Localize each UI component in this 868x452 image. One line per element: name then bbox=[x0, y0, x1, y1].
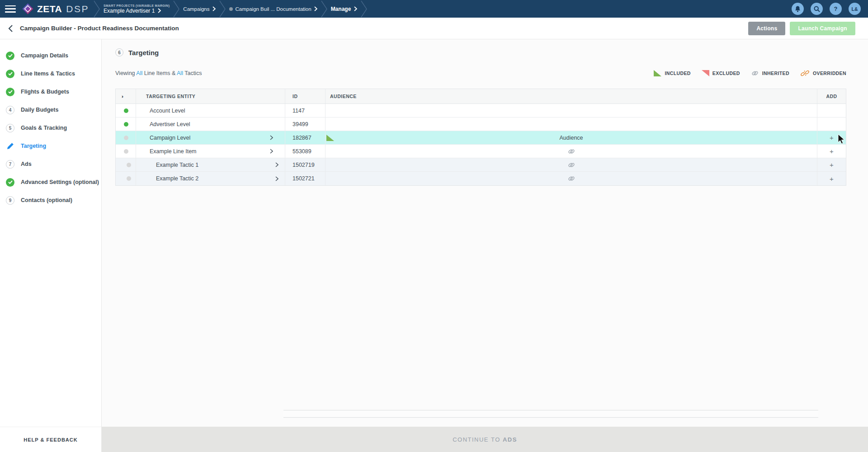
add-targeting-button[interactable]: + bbox=[830, 148, 834, 155]
column-header-audience: AUDIENCE bbox=[325, 89, 817, 104]
legend-label: OVERRIDDEN bbox=[813, 71, 846, 76]
table-row-example-line-item[interactable]: Example Line Item553089+ bbox=[116, 145, 846, 158]
breadcrumb-manage-label: Manage bbox=[331, 6, 351, 12]
breadcrumb-advertiser[interactable]: SMART PROJECTS (VARIABLE MARGIN) Example… bbox=[102, 4, 171, 14]
viewing-prefix: Viewing bbox=[115, 70, 135, 76]
sidebar-item-targeting[interactable]: Targeting bbox=[0, 137, 101, 155]
hamburger-menu-icon[interactable] bbox=[5, 5, 16, 13]
breadcrumb-campaign-doc[interactable]: Campaign Buil ... Documentation bbox=[227, 6, 319, 12]
legend-item-excluded: EXCLUDED bbox=[702, 70, 740, 76]
sidebar-item-ads[interactable]: 7Ads bbox=[0, 155, 101, 173]
targeting-entity-label: Account Level bbox=[150, 108, 185, 114]
user-avatar[interactable]: L& bbox=[849, 3, 861, 15]
entity-id-value: 1502721 bbox=[292, 175, 315, 182]
sidebar-item-campaign-details[interactable]: Campaign Details bbox=[0, 47, 101, 65]
logo-dsp-text: DSP bbox=[66, 4, 89, 14]
actions-button[interactable]: Actions bbox=[748, 22, 785, 35]
inherited-chain-icon bbox=[751, 70, 759, 76]
expand-chevron-icon[interactable] bbox=[275, 162, 278, 167]
expand-chevron-icon[interactable] bbox=[270, 135, 273, 140]
overridden-broken-chain-icon bbox=[800, 70, 810, 77]
sidebar-item-label: Campaign Details bbox=[21, 52, 68, 59]
table-row-advertiser-level[interactable]: Advertiser Level39499 bbox=[116, 118, 846, 131]
main-content: 6 Targeting Viewing All Line Items & All… bbox=[102, 39, 868, 427]
sidebar-item-label: Flights & Budgets bbox=[21, 89, 69, 95]
table-row-example-tactic-2[interactable]: Example Tactic 21502721+ bbox=[116, 172, 846, 185]
table-row-example-tactic-1[interactable]: Example Tactic 11502719+ bbox=[116, 158, 846, 172]
row-status-dot-icon bbox=[124, 108, 128, 113]
entity-id-value: 1502719 bbox=[292, 162, 315, 168]
viewing-mid: Line Items & bbox=[144, 70, 175, 76]
sidebar-item-daily-budgets[interactable]: 4Daily Budgets bbox=[0, 101, 101, 119]
breadcrumb-campaigns[interactable]: Campaigns bbox=[181, 6, 217, 12]
step-number-icon: 4 bbox=[6, 106, 14, 114]
targeting-entity-label: Example Line Item bbox=[150, 148, 197, 155]
contrast-toggle-icon[interactable]: ◑ bbox=[116, 89, 136, 104]
sidebar-item-flights-budgets[interactable]: Flights & Budgets bbox=[0, 83, 101, 101]
back-button[interactable] bbox=[8, 25, 13, 32]
entity-id-value: 39499 bbox=[292, 121, 308, 127]
logo-zeta-text: ZETA bbox=[37, 4, 62, 14]
zeta-dsp-logo[interactable]: ZETA DSP bbox=[22, 3, 89, 15]
breadcrumb-separator-icon bbox=[173, 0, 179, 18]
search-button[interactable] bbox=[811, 3, 823, 15]
notifications-button[interactable] bbox=[792, 3, 804, 15]
top-nav-bar: ZETA DSP SMART PROJECTS (VARIABLE MARGIN… bbox=[0, 0, 868, 18]
legend-label: EXCLUDED bbox=[712, 71, 740, 76]
legend-label: INCLUDED bbox=[665, 71, 690, 76]
viewing-filter-text: Viewing All Line Items & All Tactics bbox=[115, 70, 202, 76]
zeta-diamond-icon bbox=[22, 3, 34, 15]
breadcrumb-campaigns-label: Campaigns bbox=[183, 6, 209, 12]
included-triangle-icon bbox=[326, 135, 334, 142]
chevron-right-icon bbox=[314, 6, 317, 11]
check-icon bbox=[8, 72, 13, 75]
column-header-add: ADD bbox=[817, 89, 846, 104]
row-status-dot-icon bbox=[124, 122, 128, 127]
section-title: Targeting bbox=[128, 49, 159, 56]
audience-label: Audience bbox=[559, 135, 583, 141]
footer-bar: HELP & FEEDBACK CONTINUE TO ADS bbox=[0, 427, 868, 452]
breadcrumb-manage[interactable]: Manage bbox=[329, 6, 359, 12]
add-targeting-button[interactable]: + bbox=[830, 134, 834, 141]
breadcrumb-campaign-doc-label: Campaign Buil ... Documentation bbox=[236, 6, 311, 12]
completed-check-icon bbox=[6, 88, 14, 96]
horizontal-scrollbar[interactable] bbox=[283, 410, 818, 418]
sidebar-item-line-items-tactics[interactable]: Line Items & Tactics bbox=[0, 65, 101, 83]
row-status-dot-icon bbox=[124, 149, 128, 154]
expand-chevron-icon[interactable] bbox=[270, 149, 273, 154]
page-header: Campaign Builder - Product Readiness Doc… bbox=[0, 18, 868, 39]
included-triangle-icon bbox=[326, 135, 334, 141]
all-tactics-link[interactable]: All bbox=[177, 70, 183, 76]
pencil-icon bbox=[7, 142, 14, 150]
launch-campaign-button[interactable]: Launch Campaign bbox=[790, 22, 855, 35]
targeting-legend: INCLUDEDEXCLUDEDINHERITEDOVERRIDDEN bbox=[654, 70, 846, 77]
table-row-campaign-level[interactable]: Campaign Level182867Audience+ bbox=[116, 131, 846, 145]
completed-check-icon bbox=[6, 52, 14, 60]
targeting-entity-label: Example Tactic 1 bbox=[156, 162, 198, 168]
continue-to-ads-button[interactable]: CONTINUE TO ADS bbox=[102, 427, 868, 452]
add-targeting-button[interactable]: + bbox=[830, 161, 834, 168]
expand-chevron-icon[interactable] bbox=[275, 176, 278, 181]
check-icon bbox=[8, 90, 13, 94]
step-number-badge: 6 bbox=[115, 48, 123, 56]
included-triangle-icon bbox=[654, 70, 661, 76]
breadcrumb-separator-icon bbox=[321, 0, 327, 18]
edit-pencil-icon bbox=[6, 142, 14, 151]
add-targeting-button[interactable]: + bbox=[830, 175, 834, 182]
sidebar-item-label: Line Items & Tactics bbox=[21, 71, 75, 77]
breadcrumb-separator-icon bbox=[361, 0, 367, 18]
table-row-account-level[interactable]: Account Level1147 bbox=[116, 104, 846, 118]
chevron-right-icon bbox=[354, 6, 357, 11]
sidebar-item-contacts-optional[interactable]: 9Contacts (optional) bbox=[0, 191, 101, 209]
help-button[interactable]: ? bbox=[830, 3, 842, 15]
sidebar-item-goals-tracking[interactable]: 5Goals & Tracking bbox=[0, 119, 101, 137]
all-line-items-link[interactable]: All bbox=[136, 70, 142, 76]
chevron-left-icon bbox=[8, 25, 13, 32]
breadcrumb: SMART PROJECTS (VARIABLE MARGIN) Example… bbox=[92, 0, 369, 18]
help-feedback-button[interactable]: HELP & FEEDBACK bbox=[0, 427, 102, 452]
breadcrumb-project-eyebrow: SMART PROJECTS (VARIABLE MARGIN) bbox=[104, 4, 170, 7]
chevron-right-icon bbox=[158, 8, 161, 13]
entity-id-value: 182867 bbox=[292, 135, 311, 141]
sidebar-item-advanced-settings-optional[interactable]: Advanced Settings (optional) bbox=[0, 173, 101, 191]
sidebar-item-label: Targeting bbox=[21, 143, 46, 149]
